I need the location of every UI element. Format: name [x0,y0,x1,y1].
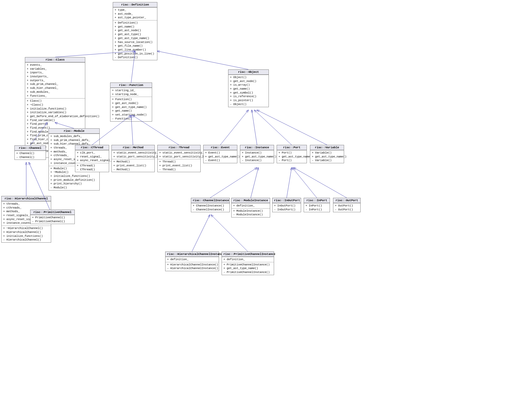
box-port: risc::Port + Port() + get_ast_type_name(… [277,145,307,163]
box-out-port-title: risc::OutPort [333,198,360,203]
box-definition: risc::Definition + type_ + ast_node_ + a… [113,2,157,60]
box-definition-title: risc::Definition [113,2,157,7]
box-in-port: risc::InPort + InPort() - InPort() [304,198,330,212]
box-module-instance-attrs: + definition_ [232,203,270,208]
box-definition-methods: + Definition() + get_name() + get_ast_no… [113,20,157,60]
box-module-instance-methods: + ModuleInstance() - ModuleInstance() [232,208,270,217]
box-primitive-channel-instance-title: risc::PrimitiveChannelInstance [222,252,274,257]
box-module-instance-title: risc::ModuleInstance [232,198,270,203]
box-function-methods: + Function() + get_ast_node() + get_ast_… [110,97,152,121]
svg-line-16 [251,168,258,198]
box-thread-methods: + Thread() + print_event_list() - Thread… [158,159,200,172]
box-out-port: risc::OutPort + OutPort() - OutPort() [333,198,361,212]
box-module-title: risc::Module [49,129,99,134]
box-channel-methods: + Channel() - Channel() [15,151,46,160]
box-in-port-title: risc::InPort [304,198,330,203]
box-cthread-title: risc::CThread [75,145,109,150]
box-primitive-channel-instance-methods: + PrimitiveChannelInstance() + get_ast_t… [222,262,274,275]
box-inout-port-title: risc::InOutPort [272,198,301,203]
box-event-title: risc::Event [204,145,237,150]
box-instance: risc::Instance + Instance() + get_ast_ty… [240,145,274,163]
box-instance-methods: + Instance() + get_ast_type_name() - Ins… [240,150,274,163]
box-method: risc::Method + static_event_sensitivity_… [111,145,155,172]
box-cthread-methods: + CThread() - CThread() [75,163,109,172]
box-in-port-methods: + InPort() - InPort() [304,203,330,212]
svg-line-21 [211,215,248,252]
box-channel-title: risc::Channel [15,146,46,151]
box-channel: risc::Channel + Channel() - Channel() [14,145,46,160]
svg-line-11 [254,110,292,145]
box-primitive-channel-instance: risc::PrimitiveChannelInstance + definit… [222,252,274,275]
box-thread-attrs: + static_event_sensitivity_list_ + stati… [158,150,200,159]
svg-line-19 [294,168,347,198]
svg-line-9 [220,110,248,145]
box-primitive-channel-instance-attrs: + definition_ [222,257,274,262]
box-function-attrs: + starting_id_ + starting_node_ [110,88,152,97]
box-module-instance: risc::ModuleInstance + definition_ + Mod… [231,198,270,217]
box-event-methods: + Event() + get_ast_type_name() - Event(… [204,150,237,163]
svg-line-10 [252,110,257,145]
box-variable-methods: + Variable() + get_ast_type_name() - Var… [310,150,344,163]
box-thread-title: risc::Thread [158,145,200,150]
box-event: risc::Event + Event() + get_ast_type_nam… [203,145,237,163]
box-hierarchical-channel-methods: + ~HierarchicalChannel() + HierarchicalC… [2,226,51,242]
box-method-attrs: + static_event_sensitivity_list_ + stati… [112,150,154,159]
svg-line-20 [192,215,210,252]
svg-line-15 [210,168,257,198]
box-port-title: risc::Port [277,145,307,150]
svg-line-3 [157,51,248,69]
diagram-container: risc::Definition + type_ + ast_node_ + a… [0,0,530,420]
box-thread: risc::Thread + static_event_sensitivity_… [157,145,201,172]
box-variable-title: risc::Variable [310,145,344,150]
box-definition-attrs: + type_ + ast_node_ + ast_type_pointer_ [113,7,157,20]
box-primitive-channel: risc::PrimitiveChannel + PrimitiveChanne… [30,210,75,224]
box-channel-instance-methods: + ChannelInstance() - ChannelInstance() [191,203,229,212]
box-cthread: risc::CThread + clk_port_ + reset_signal… [75,145,109,172]
box-hierarchical-channel-instance-attrs: + definition_ [165,257,219,262]
box-class-attrs: + events_ + variables_ + inports_ + inou… [25,62,85,98]
box-out-port-methods: + OutPort() - OutPort() [333,203,360,212]
svg-line-17 [287,168,292,198]
box-instance-title: risc::Instance [240,145,274,150]
box-hierarchical-channel-instance: risc::HierarchicalChannelInstance + defi… [165,252,219,271]
box-variable: risc::Variable + Variable() + get_ast_ty… [310,145,344,163]
box-primitive-channel-methods: + PrimitiveChannel() - PrimitiveChannel(… [30,215,74,224]
box-object: risc::Object + Object() + get_ast_node()… [228,69,269,107]
box-inout-port: risc::InOutPort + InOutPort() - InOutPor… [272,198,301,212]
box-function-title: risc::Function [110,83,152,88]
box-hierarchical-channel-instance-title: risc::HierarchicalChannelInstance [165,252,219,257]
box-object-title: risc::Object [228,70,269,75]
svg-line-18 [292,168,317,198]
box-inout-port-methods: + InOutPort() - InOutPort() [272,203,301,212]
box-method-methods: + Method() + print_event_list() - Method… [112,159,154,172]
box-channel-instance: risc::ChannelInstance + ChannelInstance(… [191,198,230,212]
box-class-title: risc::Class [25,57,85,62]
box-port-methods: + Port() + get_ast_type_name() - Port() [277,150,307,163]
box-cthread-attrs: + clk_port_ + reset_signal_ + async_rese… [75,150,109,163]
svg-line-12 [257,110,327,145]
box-primitive-channel-title: risc::PrimitiveChannel [30,210,74,215]
box-channel-instance-title: risc::ChannelInstance [191,198,229,203]
box-hierarchical-channel-instance-methods: + HierarchicalChannelInstance() - Hierar… [165,262,219,271]
box-method-title: risc::Method [112,145,154,150]
box-hierarchical-channel-title: risc::HierarchicalChannel [2,196,51,201]
box-object-methods: + Object() + get_ast_node() + is_array()… [228,75,269,107]
box-function: risc::Function + starting_id_ + starting… [110,83,152,122]
